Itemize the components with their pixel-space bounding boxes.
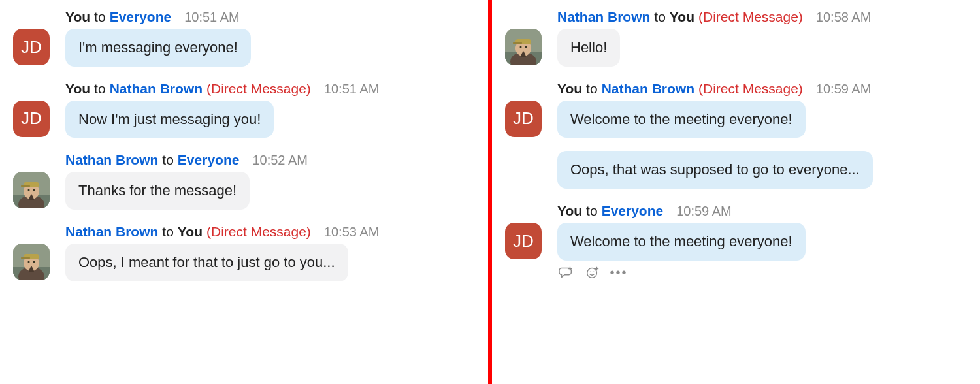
avatar-photo[interactable]: [13, 172, 50, 208]
message-actions: •••: [557, 264, 967, 280]
avatar-column: [13, 224, 50, 280]
bubble-wrap: Welcome to the meeting everyone!: [557, 223, 967, 261]
direct-message-label: (Direct Message): [698, 81, 803, 97]
avatar-initials[interactable]: JD: [505, 101, 542, 137]
message-header: YoutoEveryone10:59 AM: [557, 203, 967, 219]
message-bubble[interactable]: Welcome to the meeting everyone!: [557, 223, 806, 261]
svg-rect-5: [21, 185, 30, 187]
message-body-column: YoutoEveryone10:51 AMI'm messaging every…: [65, 9, 475, 67]
recipient-name[interactable]: Everyone: [178, 152, 240, 168]
avatar-initials-text: JD: [21, 108, 42, 129]
svg-point-7: [33, 189, 35, 191]
to-word: to: [162, 152, 174, 168]
to-word: to: [94, 9, 106, 25]
bubble-wrap: Oops, I meant for that to just go to you…: [65, 244, 475, 281]
message-timestamp: 10:51 AM: [184, 10, 240, 25]
direct-message-label: (Direct Message): [206, 224, 311, 240]
recipient-name: You: [178, 224, 203, 240]
message-bubble[interactable]: Thanks for the message!: [65, 172, 250, 210]
message-header: Nathan BrowntoYou(Direct Message)10:58 A…: [557, 9, 967, 25]
avatar-initials-text: JD: [21, 37, 42, 57]
svg-point-28: [593, 271, 594, 272]
message-timestamp: 10:59 AM: [816, 82, 872, 97]
chat-pane-left: JDYoutoEveryone10:51 AMI'm messaging eve…: [0, 0, 488, 384]
message-group: JDYoutoNathan Brown(Direct Message)10:51…: [13, 81, 475, 138]
message-group: JDYoutoNathan Brown(Direct Message)10:59…: [505, 81, 967, 189]
bubble-wrap: Hello!: [557, 29, 967, 67]
bubble-wrap: I'm messaging everyone!: [65, 29, 475, 67]
svg-rect-13: [21, 257, 30, 259]
message-group: Nathan BrowntoEveryone10:52 AMThanks for…: [13, 152, 475, 210]
message-bubble[interactable]: Oops, that was supposed to go to everyon…: [557, 151, 873, 189]
message-header: Nathan BrowntoYou(Direct Message)10:53 A…: [65, 224, 475, 240]
sender-name: You: [557, 203, 582, 219]
avatar-photo[interactable]: [13, 244, 50, 280]
message-body-column: YoutoNathan Brown(Direct Message)10:51 A…: [65, 81, 475, 138]
message-body-column: YoutoNathan Brown(Direct Message)10:59 A…: [557, 81, 967, 189]
svg-point-26: [587, 268, 597, 278]
avatar-column: JD: [505, 81, 542, 137]
svg-point-6: [28, 189, 30, 191]
bubble-wrap: Welcome to the meeting everyone!Oops, th…: [557, 101, 967, 189]
message-bubble[interactable]: I'm messaging everyone!: [65, 29, 251, 67]
to-word: to: [94, 81, 106, 97]
message-bubble[interactable]: Hello!: [557, 29, 620, 67]
avatar-column: [505, 9, 542, 65]
message-body-column: Nathan BrowntoYou(Direct Message)10:53 A…: [65, 224, 475, 281]
message-header: YoutoNathan Brown(Direct Message)10:59 A…: [557, 81, 967, 97]
message-header: YoutoNathan Brown(Direct Message)10:51 A…: [65, 81, 475, 97]
avatar-column: JD: [13, 81, 50, 137]
avatar-initials-text: JD: [513, 231, 534, 251]
avatar-initials-text: JD: [513, 108, 534, 129]
avatar-column: JD: [13, 9, 50, 65]
recipient-name[interactable]: Everyone: [602, 203, 664, 219]
sender-name[interactable]: Nathan Brown: [65, 224, 158, 240]
sender-name[interactable]: Nathan Brown: [65, 152, 158, 168]
message-body-column: Nathan BrowntoEveryone10:52 AMThanks for…: [65, 152, 475, 210]
reply-icon[interactable]: [559, 264, 574, 280]
chat-pane-right: Nathan BrowntoYou(Direct Message)10:58 A…: [492, 0, 980, 384]
avatar-photo[interactable]: [505, 29, 542, 65]
message-timestamp: 10:59 AM: [676, 204, 732, 219]
recipient-name[interactable]: Nathan Brown: [110, 81, 203, 97]
svg-point-23: [525, 46, 527, 48]
direct-message-label: (Direct Message): [206, 81, 311, 97]
recipient-name[interactable]: Everyone: [110, 9, 172, 25]
avatar-column: JD: [505, 203, 542, 259]
bubble-wrap: Now I'm just messaging you!: [65, 101, 475, 138]
more-actions-icon[interactable]: •••: [611, 264, 627, 280]
to-word: to: [654, 9, 666, 25]
emoji-react-icon[interactable]: [585, 264, 600, 280]
svg-rect-21: [513, 42, 522, 44]
message-timestamp: 10:51 AM: [324, 82, 380, 97]
message-group: Nathan BrowntoYou(Direct Message)10:53 A…: [13, 224, 475, 281]
recipient-name[interactable]: Nathan Brown: [602, 81, 694, 97]
svg-point-22: [520, 46, 522, 48]
message-bubble[interactable]: Welcome to the meeting everyone!: [557, 101, 806, 138]
message-bubble[interactable]: Oops, I meant for that to just go to you…: [65, 244, 348, 281]
message-header: YoutoEveryone10:51 AM: [65, 9, 475, 25]
message-timestamp: 10:58 AM: [816, 10, 872, 25]
svg-point-27: [590, 271, 591, 272]
sender-name[interactable]: Nathan Brown: [557, 9, 650, 25]
message-body-column: Nathan BrowntoYou(Direct Message)10:58 A…: [557, 9, 967, 67]
sender-name: You: [65, 9, 90, 25]
avatar-initials[interactable]: JD: [13, 101, 50, 137]
to-word: to: [586, 203, 598, 219]
bubble-wrap: Thanks for the message!: [65, 172, 475, 210]
svg-point-15: [33, 261, 35, 263]
to-word: to: [162, 224, 174, 240]
avatar-initials[interactable]: JD: [505, 223, 542, 259]
message-header: Nathan BrowntoEveryone10:52 AM: [65, 152, 475, 168]
avatar-initials[interactable]: JD: [13, 29, 50, 65]
chat-split-view: JDYoutoEveryone10:51 AMI'm messaging eve…: [0, 0, 980, 384]
message-group: JDYoutoEveryone10:59 AMWelcome to the me…: [505, 203, 967, 280]
message-bubble[interactable]: Now I'm just messaging you!: [65, 101, 274, 138]
message-group: JDYoutoEveryone10:51 AMI'm messaging eve…: [13, 9, 475, 67]
sender-name: You: [557, 81, 582, 97]
sender-name: You: [65, 81, 90, 97]
message-group: Nathan BrowntoYou(Direct Message)10:58 A…: [505, 9, 967, 67]
to-word: to: [586, 81, 598, 97]
direct-message-label: (Direct Message): [698, 9, 803, 25]
svg-point-14: [28, 261, 30, 263]
